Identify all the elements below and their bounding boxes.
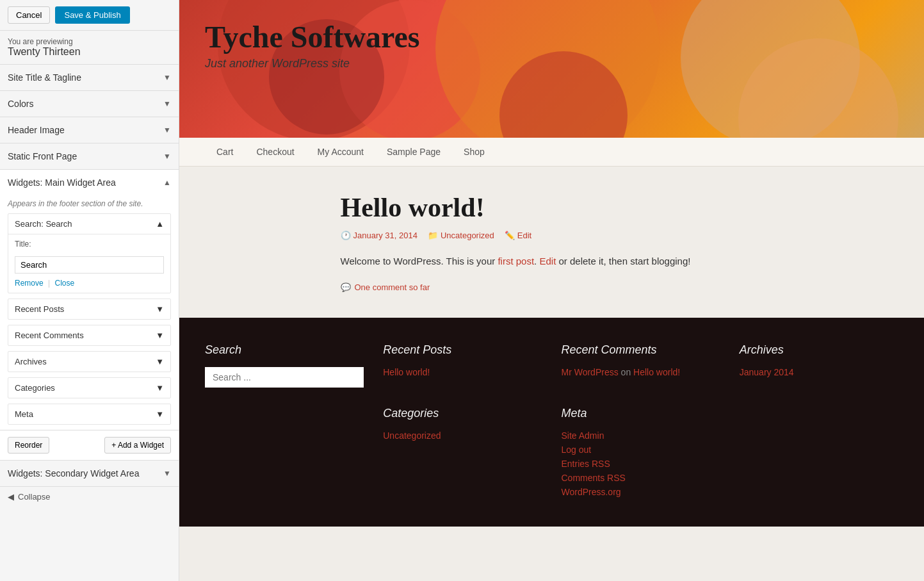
widget-recent-posts-header[interactable]: Recent Posts ▼ <box>8 299 170 319</box>
widget-categories-header[interactable]: Categories ▼ <box>8 378 170 398</box>
chevron-down-icon: ▼ <box>163 126 171 135</box>
footer-meta-wordpress-org[interactable]: WordPress.org <box>562 487 720 497</box>
section-header-image: Header Image ▼ <box>0 117 179 143</box>
chevron-down-icon: ▼ <box>156 357 164 366</box>
footer-widgets-row2: Categories Uncategorized Meta Site Admin… <box>205 407 898 501</box>
widget-meta-header[interactable]: Meta ▼ <box>8 404 170 424</box>
footer-meta-log-out[interactable]: Log out <box>562 445 720 455</box>
chevron-down-icon: ▼ <box>163 469 171 478</box>
comment-icon: 💬 <box>341 282 351 292</box>
footer-search-input[interactable] <box>205 367 364 388</box>
preview-label: You are previewing <box>0 31 179 46</box>
edit-link[interactable]: Edit <box>539 256 556 266</box>
nav-cart[interactable]: Cart <box>205 138 245 166</box>
footer-widgets: Search Recent Posts Hello world! Recent … <box>205 343 898 388</box>
widget-archives: Archives ▼ <box>8 351 171 372</box>
footer-comment-on: on <box>621 367 633 377</box>
site-nav: Cart Checkout My Account Sample Page Sho… <box>179 138 924 167</box>
widget-links: Remove | Close <box>15 279 164 288</box>
post-edit-link[interactable]: Edit <box>517 231 531 240</box>
add-widget-button[interactable]: + Add a Widget <box>104 437 171 454</box>
footer-meta-title: Meta <box>562 407 720 420</box>
post-edit-meta: ✏️ Edit <box>505 231 531 240</box>
footer-widget-archives: Archives January 2014 <box>740 343 898 388</box>
separator: | <box>48 279 52 288</box>
section-site-title-label: Site Title & Tagline <box>8 72 81 83</box>
section-widgets-secondary: Widgets: Secondary Widget Area ▼ <box>0 460 179 486</box>
widget-archives-header[interactable]: Archives ▼ <box>8 352 170 372</box>
left-chevron-icon: ◀ <box>8 492 14 502</box>
widget-search-header[interactable]: Search: Search ▲ <box>8 214 170 234</box>
site-footer: Search Recent Posts Hello world! Recent … <box>179 318 924 527</box>
post-date-meta: 🕐 January 31, 2014 <box>341 231 417 240</box>
section-colors-header[interactable]: Colors ▼ <box>0 91 179 117</box>
footer-category-item[interactable]: Uncategorized <box>383 430 542 441</box>
widget-archives-label: Archives <box>15 357 47 366</box>
widget-recent-comments-label: Recent Comments <box>15 331 84 340</box>
section-static-front-page: Static Front Page ▼ <box>0 143 179 169</box>
section-header-image-header[interactable]: Header Image ▼ <box>0 117 179 143</box>
cancel-button[interactable]: Cancel <box>8 6 50 24</box>
pencil-icon: ✏️ <box>505 231 515 240</box>
footer-recent-post-item[interactable]: Hello world! <box>383 367 542 377</box>
preview-panel: Tyche Softwares Just another WordPress s… <box>179 0 924 581</box>
section-widgets-main-label: Widgets: Main Widget Area <box>8 177 116 188</box>
nav-my-account[interactable]: My Account <box>306 138 375 166</box>
section-site-title-header[interactable]: Site Title & Tagline ▼ <box>0 65 179 90</box>
footer-meta-comments-rss[interactable]: Comments RSS <box>562 473 720 483</box>
footer-archive-item[interactable]: January 2014 <box>740 367 898 377</box>
footer-categories-title: Categories <box>383 407 542 420</box>
footer-widget-search: Search <box>205 343 364 388</box>
section-site-title: Site Title & Tagline ▼ <box>0 64 179 90</box>
widget-categories-label: Categories <box>15 383 55 393</box>
chevron-down-icon: ▼ <box>163 99 171 108</box>
footer-widget-recent-posts: Recent Posts Hello world! <box>383 343 542 388</box>
footer-widget-recent-comments: Recent Comments Mr WordPress on Hello wo… <box>562 343 720 388</box>
section-static-front-page-header[interactable]: Static Front Page ▼ <box>0 143 179 169</box>
site-header: Tyche Softwares Just another WordPress s… <box>179 0 924 138</box>
nav-shop[interactable]: Shop <box>452 138 496 166</box>
chevron-down-icon: ▼ <box>163 152 171 161</box>
nav-sample-page[interactable]: Sample Page <box>375 138 452 166</box>
collapse-bar[interactable]: ◀ Collapse <box>0 486 179 507</box>
widget-close-link[interactable]: Close <box>54 279 74 288</box>
widget-recent-posts: Recent Posts ▼ <box>8 299 171 320</box>
first-post-link[interactable]: first post <box>498 256 534 266</box>
footer-meta-site-admin[interactable]: Site Admin <box>562 430 720 441</box>
widgets-footer: Reorder + Add a Widget <box>0 430 179 460</box>
widget-search-body: Title: Remove | Close <box>8 234 170 293</box>
section-static-front-page-label: Static Front Page <box>8 151 77 161</box>
widget-categories: Categories ▼ <box>8 377 171 398</box>
chevron-down-icon: ▼ <box>163 73 171 82</box>
widget-search-label: Search: Search <box>15 219 72 229</box>
section-widgets-main: Widgets: Main Widget Area ▲ Appears in t… <box>0 169 179 460</box>
widget-search: Search: Search ▲ Title: Remove | Close <box>8 213 171 293</box>
widget-recent-comments: Recent Comments ▼ <box>8 325 171 346</box>
footer-comment-post[interactable]: Hello world! <box>633 367 680 377</box>
footer-recent-posts-title: Recent Posts <box>383 343 542 357</box>
section-header-image-label: Header Image <box>8 125 65 135</box>
theme-name: Twenty Thirteen <box>0 46 179 64</box>
widget-recent-comments-header[interactable]: Recent Comments ▼ <box>8 325 170 345</box>
save-publish-button[interactable]: Save & Publish <box>55 6 129 24</box>
footer-recent-comments-title: Recent Comments <box>562 343 720 357</box>
post-category[interactable]: Uncategorized <box>441 231 494 240</box>
section-widgets-main-header[interactable]: Widgets: Main Widget Area ▲ <box>0 170 179 195</box>
post-date[interactable]: January 31, 2014 <box>353 231 417 240</box>
section-widgets-secondary-label: Widgets: Secondary Widget Area <box>8 468 139 479</box>
section-colors-label: Colors <box>8 99 33 109</box>
widget-remove-link[interactable]: Remove <box>15 279 44 288</box>
widget-title-input[interactable] <box>15 256 164 274</box>
site-title-wrap: Tyche Softwares Just another WordPress s… <box>205 19 420 70</box>
chevron-up-icon: ▲ <box>163 178 171 187</box>
folder-icon: 📁 <box>428 231 438 240</box>
chevron-down-icon: ▼ <box>156 383 164 393</box>
reorder-button[interactable]: Reorder <box>8 437 49 454</box>
post-title: Hello world! <box>341 192 763 223</box>
footer-comment-author[interactable]: Mr WordPress <box>562 367 619 377</box>
footer-meta-entries-rss[interactable]: Entries RSS <box>562 459 720 469</box>
comments-link[interactable]: One comment so far <box>355 282 430 292</box>
nav-checkout[interactable]: Checkout <box>245 138 305 166</box>
widget-title-label: Title: <box>15 240 164 249</box>
section-widgets-secondary-header[interactable]: Widgets: Secondary Widget Area ▼ <box>0 461 179 486</box>
